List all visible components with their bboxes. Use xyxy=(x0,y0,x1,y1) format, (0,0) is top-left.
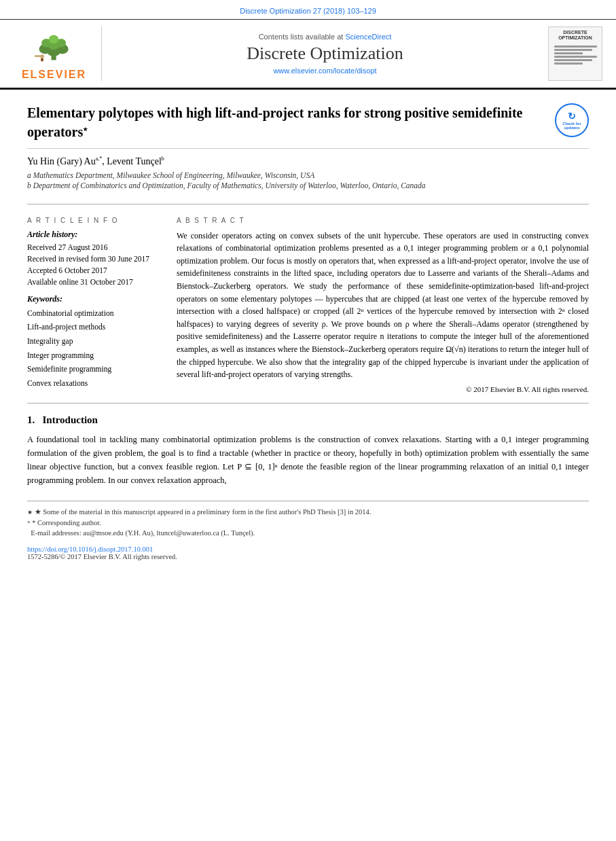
keyword-item: Integer programming xyxy=(27,348,163,363)
thumb-decoration xyxy=(551,44,599,66)
authors-line: Yu Hin (Gary) Aua,*, Levent Tunçelb xyxy=(27,156,589,167)
footnote-asterisk: * * Corresponding author. xyxy=(27,518,589,529)
article-info-column: A R T I C L E I N F O Article history: R… xyxy=(27,217,163,396)
check-updates-text2: updates xyxy=(564,126,579,130)
thumb-line-4 xyxy=(554,56,597,58)
journal-header: ELSEVIER Contents lists available at Sci… xyxy=(0,20,616,90)
keywords-block: Keywords: Combinatorial optimizationLift… xyxy=(27,294,163,391)
elsevier-brand-text: ELSEVIER xyxy=(22,69,86,81)
journal-name: Discrete Optimization xyxy=(247,43,403,64)
copyright-line: © 2017 Elsevier B.V. All rights reserved… xyxy=(177,385,589,393)
section-title: 1. Introduction xyxy=(27,414,589,426)
article-info-label: A R T I C L E I N F O xyxy=(27,217,163,224)
author-tuncel-sup: b xyxy=(162,156,164,162)
thumb-line-6 xyxy=(554,62,583,65)
thumb-line-2 xyxy=(554,49,592,51)
title-block: Elementary polytopes with high lift-and-… xyxy=(27,103,548,141)
affiliation-a: a Mathematics Department, Milwaukee Scho… xyxy=(27,171,589,179)
thumb-line-5 xyxy=(554,59,592,61)
authors-section: Yu Hin (Gary) Aua,*, Levent Tunçelb a Ma… xyxy=(27,149,589,198)
thumb-line-1 xyxy=(554,46,597,48)
keywords-heading: Keywords: xyxy=(27,294,163,304)
intro-paragraph-1: A foundational tool in tackling many com… xyxy=(27,433,589,487)
accepted-date: Accepted 6 October 2017 xyxy=(27,265,163,276)
available-date: Available online 31 October 2017 xyxy=(27,276,163,288)
doi-link[interactable]: https://doi.org/10.1016/j.disopt.2017.10… xyxy=(27,545,153,553)
journal-center-info: Contents lists available at ScienceDirec… xyxy=(109,26,541,81)
author-au: Yu Hin (Gary) Au xyxy=(27,156,96,166)
title-star: ★ xyxy=(83,126,88,132)
svg-rect-10 xyxy=(35,55,43,57)
keyword-item: Combinatorial optimization xyxy=(27,306,163,321)
svg-rect-9 xyxy=(41,58,43,61)
journal-reference: Discrete Optimization 27 (2018) 103–129 xyxy=(240,7,376,15)
author-tuncel: , Levent Tunçel xyxy=(102,156,162,166)
abstract-text: We consider operators acting on convex s… xyxy=(177,230,589,381)
abstract-label: A B S T R A C T xyxy=(177,217,589,224)
history-heading: Article history: xyxy=(27,230,163,240)
journal-url[interactable]: www.elsevier.com/locate/disopt xyxy=(273,67,376,75)
footnote-email: E-mail addresses: au@msoe.edu (Y.H. Au),… xyxy=(27,528,589,539)
check-updates-badge: ↻ Check for updates xyxy=(555,103,589,137)
keyword-item: Semidefinite programming xyxy=(27,362,163,376)
issn-line: 1572-5286/© 2017 Elsevier B.V. All right… xyxy=(27,553,589,560)
main-content: Elementary polytopes with high lift-and-… xyxy=(0,90,616,565)
author-au-sup: a,* xyxy=(96,156,103,162)
elsevier-tree-icon xyxy=(27,32,81,62)
received-revised-date: Received in revised form 30 June 2017 xyxy=(27,253,163,265)
footnote-star: ★ ★ Some of the material in this manuscr… xyxy=(27,507,589,518)
sciencedirect-link[interactable]: ScienceDirect xyxy=(345,33,391,41)
abstract-column: A B S T R A C T We consider operators ac… xyxy=(177,217,589,396)
history-block: Article history: Received 27 August 2016… xyxy=(27,230,163,289)
affiliation-b: b Department of Combinatorics and Optimi… xyxy=(27,181,589,190)
footnote-section: ★ ★ Some of the material in this manuscr… xyxy=(27,501,589,541)
journal-thumbnail: DISCRETE OPTIMIZATION xyxy=(548,26,602,81)
received-date: Received 27 August 2016 xyxy=(27,242,163,253)
article-title: Elementary polytopes with high lift-and-… xyxy=(27,103,548,141)
divider-1 xyxy=(27,204,589,204)
thumb-line-3 xyxy=(554,52,583,54)
elsevier-logo: ELSEVIER xyxy=(14,26,102,81)
top-bar: Discrete Optimization 27 (2018) 103–129 xyxy=(0,0,616,20)
update-icon: ↻ xyxy=(568,111,576,122)
svg-point-7 xyxy=(48,35,58,43)
keyword-item: Integrality gap xyxy=(27,334,163,348)
keyword-item: Convex relaxations xyxy=(27,376,163,391)
keywords-list: Combinatorial optimizationLift-and-proje… xyxy=(27,306,163,391)
article-title-section: Elementary polytopes with high lift-and-… xyxy=(27,90,589,149)
introduction-section: 1. Introduction A foundational tool in t… xyxy=(27,404,589,487)
thumb-journal-name: DISCRETE OPTIMIZATION xyxy=(558,30,592,41)
info-abstract-section: A R T I C L E I N F O Article history: R… xyxy=(27,210,589,404)
keyword-item: Lift-and-project methods xyxy=(27,320,163,334)
footer-links: https://doi.org/10.1016/j.disopt.2017.10… xyxy=(27,541,589,565)
contents-label: Contents lists available at ScienceDirec… xyxy=(259,33,392,41)
